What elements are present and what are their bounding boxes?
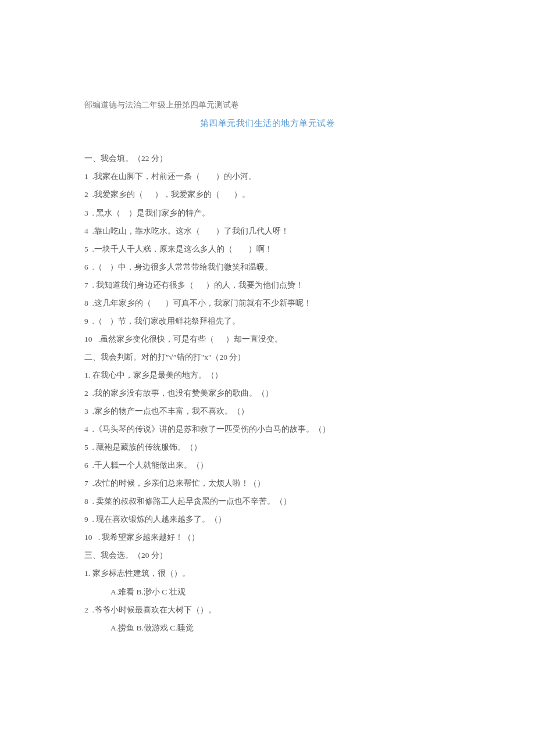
judge-item: 2 .我的家乡没有故事，也没有赞美家乡的歌曲。（） [84,384,451,402]
section-3-heading: 三、我会选。（20 分） [84,546,451,564]
page-title: 第四单元我们生活的地方单元试卷 [84,114,451,133]
choice-options: A.捞鱼 B.做游戏 C.睡觉 [84,619,451,637]
section-1-heading: 一、我会填。（22 分） [84,149,451,167]
judge-item: 9 . 现在喜欢锻炼的人越来越多了。（） [84,510,451,528]
fill-blank-item: 4 .靠山吃山，靠水吃水。这水（ ）了我们几代人呀！ [84,222,451,240]
judge-item: 3 .家乡的物产一点也不丰富，我不喜欢。（） [84,402,451,420]
judge-item: 10 . 我希望家乡越来越好！（） [84,528,451,546]
fill-blank-item: 3 . 黑水（ ）是我们家乡的特产。 [84,204,451,222]
judge-item: 1. 在我心中，家乡是最美的地方。（） [84,366,451,384]
fill-blank-item: 10 .虽然家乡变化很快，可是有些（ ）却一直没变。 [84,330,451,348]
fill-blank-item: 9 .（ ）节，我们家改用鲜花祭拜祖先了。 [84,312,451,330]
section-2-heading: 二、我会判断。对的打″√″错的打"x"（20 分） [84,348,451,366]
choice-options: A.难看 B.渺小 C 壮观 [84,583,451,601]
fill-blank-item: 8 .这几年家乡的（ ）可真不小，我家门前就有不少新事呢！ [84,294,451,312]
judge-item: 5 . 藏袍是藏族的传统服饰。（） [84,438,451,456]
choice-stem: 1. 家乡标志性建筑，很（）。 [84,564,451,582]
source-note: 部编道德与法治二年级上册第四单元测试卷 [84,96,451,114]
fill-blank-item: 5 .一块千人千人糕，原来是这么多人的（ ）啊！ [84,240,451,258]
exam-page: 部编道德与法治二年级上册第四单元测试卷 第四单元我们生活的地方单元试卷 一、我会… [0,0,535,672]
judge-item: 4 .《马头琴的传说》讲的是苏和救了一匹受伤的小白马的故事。（） [84,420,451,438]
judge-item: 7 .农忙的时候，乡亲们总来帮忙，太烦人啦！（） [84,474,451,492]
judge-item: 6 .千人糕一个人就能做出来。（） [84,456,451,474]
fill-blank-item: 2 .我爱家乡的（ ），我爱家乡的（ ）。 [84,185,451,203]
judge-item: 8 . 卖菜的叔叔和修路工人起早贪黑的一点也不辛苦。（） [84,492,451,510]
choice-stem: 2 .爷爷小时候最喜欢在大树下（）。 [84,601,451,619]
fill-blank-item: 7 . 我知道我们身边还有很多（ ）的人，我要为他们点赞！ [84,276,451,294]
fill-blank-item: 6 .（ ）中，身边很多人常常带给我们微笑和温暖。 [84,258,451,276]
fill-blank-item: 1 .我家在山脚下，村前还一条（ ）的小河。 [84,167,451,185]
